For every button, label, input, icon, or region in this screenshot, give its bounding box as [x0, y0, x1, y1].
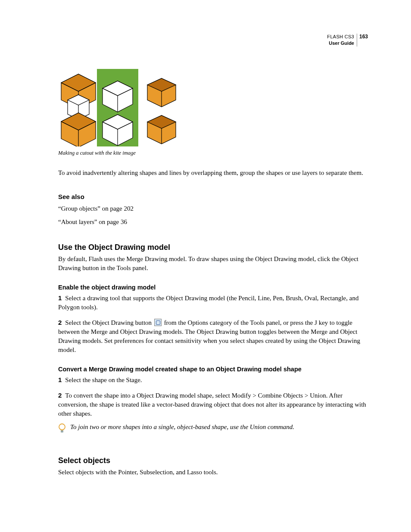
figure-cutout-boxes	[58, 69, 180, 146]
object-drawing-icon	[154, 319, 162, 326]
step-number: 2	[58, 319, 62, 326]
step-text: Select a drawing tool that supports the …	[58, 295, 358, 311]
step-number: 1	[58, 376, 62, 383]
see-also-link[interactable]: “Group objects” on page 202	[58, 204, 368, 214]
step-number: 1	[58, 294, 62, 302]
section-heading-select-objects: Select objects	[58, 456, 368, 465]
intro-paragraph: To avoid inadvertently altering shapes a…	[58, 168, 368, 177]
section-body: By default, Flash uses the Merge Drawing…	[58, 255, 368, 273]
tip-text: To join two or more shapes into a single…	[70, 423, 294, 432]
step-text-part: Select the Object Drawing button	[65, 319, 153, 326]
step-text: To convert the shape into a Object Drawi…	[58, 392, 366, 417]
step-number: 2	[58, 392, 62, 399]
svg-rect-31	[61, 430, 63, 432]
step-text: Select the shape on the Stage.	[65, 376, 142, 383]
step-item: 2Select the Object Drawing button from t…	[58, 318, 368, 355]
step-item: 1Select a drawing tool that supports the…	[58, 293, 368, 312]
product-name: FLASH CS3	[327, 34, 354, 40]
page-header: FLASH CS3 User Guide 163	[327, 34, 368, 47]
guide-label: User Guide	[327, 40, 354, 47]
step-item: 1Select the shape on the Stage.	[58, 375, 368, 385]
svg-point-30	[59, 424, 65, 430]
subhead-convert-merge: Convert a Merge Drawing model created sh…	[58, 366, 368, 373]
tip: To join two or more shapes into a single…	[58, 423, 368, 434]
step-item: 2To convert the shape into a Object Draw…	[58, 391, 368, 418]
subhead-enable-object-drawing: Enable the object drawing model	[58, 284, 368, 291]
page-number: 163	[357, 34, 368, 39]
see-also-heading: See also	[58, 193, 368, 200]
section-body: Select objects with the Pointer, Subsele…	[58, 468, 368, 477]
see-also-link[interactable]: “About layers” on page 36	[58, 217, 368, 227]
lightbulb-icon	[58, 423, 66, 434]
section-heading-object-drawing: Use the Object Drawing model	[58, 243, 368, 252]
figure-caption: Making a cutout with the kite image	[58, 150, 368, 156]
